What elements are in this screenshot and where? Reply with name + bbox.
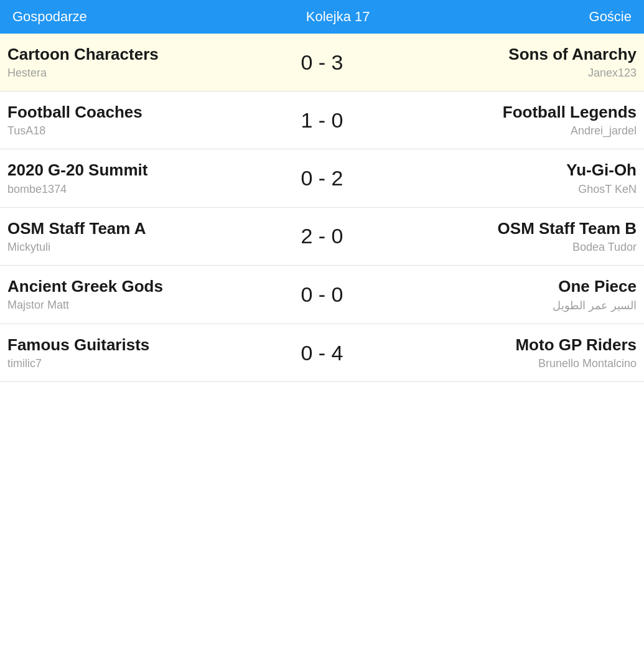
match-row[interactable]: Famous Guitarists timilic7 0 - 4 Moto GP… [0, 324, 644, 382]
score-section-3: 2 - 0 [266, 224, 378, 248]
away-team-name-1: Football Legends [378, 103, 637, 122]
match-row[interactable]: 2020 G-20 Summit bombe1374 0 - 2 Yu-Gi-O… [0, 149, 644, 207]
score-5: 0 - 4 [301, 341, 343, 365]
home-manager-3: Mickytuli [7, 241, 266, 254]
away-manager-3: Bodea Tudor [378, 241, 637, 254]
score-1: 1 - 0 [301, 108, 343, 132]
away-team-5: Moto GP Riders Brunello Montalcino [378, 335, 637, 370]
home-team-3: OSM Staff Team A Mickytuli [7, 219, 266, 254]
away-team-name-3: OSM Staff Team B [378, 219, 637, 238]
score-4: 0 - 0 [301, 282, 343, 306]
score-section-2: 0 - 2 [266, 166, 378, 190]
home-team-2: 2020 G-20 Summit bombe1374 [7, 161, 266, 195]
score-0: 0 - 3 [301, 50, 343, 74]
score-section-1: 1 - 0 [266, 108, 378, 133]
home-manager-0: Hestera [7, 67, 266, 80]
home-team-1: Football Coaches TusA18 [7, 103, 266, 138]
home-label: Gospodarze [12, 9, 87, 25]
away-team-name-5: Moto GP Riders [378, 335, 637, 355]
away-team-2: Yu-Gi-Oh GhosT KeN [378, 161, 637, 195]
away-manager-0: Janex123 [378, 67, 637, 80]
score-3: 2 - 0 [301, 224, 343, 248]
score-2: 0 - 2 [301, 166, 343, 190]
away-team-name-0: Sons of Anarchy [378, 45, 637, 64]
match-row[interactable]: Cartoon Characters Hestera 0 - 3 Sons of… [0, 34, 644, 91]
home-team-name-4: Ancient Greek Gods [7, 277, 266, 296]
away-manager-5: Brunello Montalcino [378, 357, 637, 370]
match-row[interactable]: OSM Staff Team A Mickytuli 2 - 0 OSM Sta… [0, 208, 644, 266]
home-team-name-3: OSM Staff Team A [7, 219, 266, 238]
away-team-0: Sons of Anarchy Janex123 [378, 45, 637, 80]
away-manager-4: السير عمر الطويل [378, 299, 637, 312]
home-team-name-5: Famous Guitarists [7, 335, 266, 355]
match-row[interactable]: Football Coaches TusA18 1 - 0 Football L… [0, 91, 644, 149]
away-team-1: Football Legends Andrei_jardel [378, 103, 637, 138]
home-team-name-2: 2020 G-20 Summit [7, 161, 266, 180]
header: Gospodarze Kolejka 17 Goście [0, 0, 644, 34]
away-team-name-2: Yu-Gi-Oh [378, 161, 637, 180]
home-team-name-0: Cartoon Characters [7, 45, 266, 64]
home-team-0: Cartoon Characters Hestera [7, 45, 266, 80]
home-manager-5: timilic7 [7, 357, 266, 370]
away-manager-1: Andrei_jardel [378, 124, 637, 138]
matches-list: Cartoon Characters Hestera 0 - 3 Sons of… [0, 34, 644, 382]
home-manager-1: TusA18 [7, 124, 266, 138]
home-manager-2: bombe1374 [7, 183, 266, 196]
round-label: Kolejka 17 [306, 9, 370, 25]
away-team-name-4: One Piece [378, 277, 637, 296]
score-section-4: 0 - 0 [266, 282, 378, 307]
score-section-0: 0 - 3 [266, 50, 378, 75]
away-team-4: One Piece السير عمر الطويل [378, 277, 637, 312]
home-team-4: Ancient Greek Gods Majstor Matt [7, 277, 266, 312]
home-manager-4: Majstor Matt [7, 299, 266, 312]
match-row[interactable]: Ancient Greek Gods Majstor Matt 0 - 0 On… [0, 266, 644, 324]
away-manager-2: GhosT KeN [378, 183, 637, 196]
away-team-3: OSM Staff Team B Bodea Tudor [378, 219, 637, 254]
away-label: Goście [589, 9, 632, 25]
score-section-5: 0 - 4 [266, 341, 378, 365]
home-team-name-1: Football Coaches [7, 103, 266, 122]
home-team-5: Famous Guitarists timilic7 [7, 335, 266, 370]
